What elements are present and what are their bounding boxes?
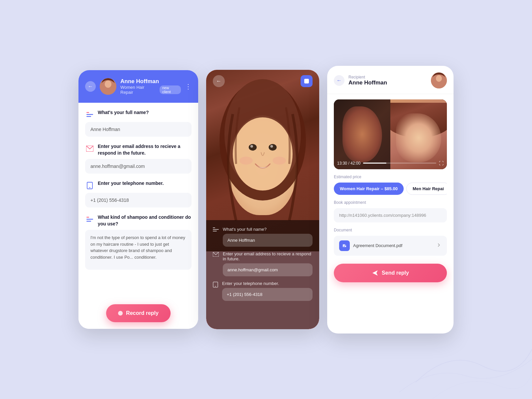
phone-right-header: ← Recipient Anne Hoffman <box>327 66 454 94</box>
form-label-email: Enter your email address to recieve a re… <box>98 143 192 156</box>
phone-left-body: What's your full name? Anne Hoffman Ente… <box>78 103 198 329</box>
more-icon-left: ⋮ <box>185 83 192 90</box>
book-appointment-section: Book appointment http://n141060.yclients… <box>334 200 447 222</box>
overlay-label-email: Enter your email address to recieve a re… <box>223 251 313 261</box>
form-icon-lines-2 <box>85 215 94 224</box>
form-field-shampoo: What kind of shampoo and conditioner do … <box>85 214 192 270</box>
header-info-left: Anne Hoffman Women Hair Repair new clien… <box>120 78 181 95</box>
form-field-email: Enter your email address to recieve a re… <box>85 143 192 174</box>
fullscreen-button[interactable]: ⛶ <box>439 161 444 166</box>
recipient-name: Anne Hoffman <box>348 79 427 86</box>
document-item[interactable]: Agreement Document.pdf <box>334 236 447 256</box>
overlay-field-phone: Enter your telephone number. +1 (201) 55… <box>213 281 313 301</box>
stop-button-middle[interactable] <box>301 75 313 87</box>
document-section: Document Agreement Document.pdf <box>334 228 447 256</box>
back-button-left[interactable]: ← <box>85 81 96 92</box>
form-input-email[interactable]: anne.hoffman@gmail.com <box>85 159 192 174</box>
form-input-phone[interactable]: +1 (201) 556-4318 <box>85 193 192 207</box>
header-name-left: Anne Hoffman <box>120 78 181 85</box>
form-icon-phone <box>85 181 94 190</box>
phone-middle: ← What <box>206 70 319 329</box>
form-icon-lines-1 <box>85 110 94 119</box>
svg-rect-2 <box>86 112 89 113</box>
recipient-info: Recipient Anne Hoffman <box>348 75 427 86</box>
svg-rect-21 <box>213 231 217 231</box>
record-reply-button[interactable]: Record reply <box>106 304 171 322</box>
form-field-name-row: What's your full name? <box>85 109 192 119</box>
form-field-email-row: Enter your email address to recieve a re… <box>85 143 192 156</box>
price-tag-women[interactable]: Women Hair Repair – $85.00 <box>334 183 404 195</box>
svg-rect-19 <box>213 227 215 228</box>
recipient-avatar <box>431 72 447 88</box>
svg-point-18 <box>273 157 286 165</box>
video-time-total: 42:00 <box>350 161 360 166</box>
overlay-icon-phone <box>213 282 218 289</box>
send-icon <box>372 270 378 276</box>
avatar-left <box>100 78 116 95</box>
form-label-name: What's your full name? <box>98 109 149 116</box>
phone-middle-overlay: What's your full name? Anne Hoffman Ente… <box>206 220 319 329</box>
header-subtitle-left: Women Hair Repair <box>120 85 158 95</box>
record-dot <box>118 311 123 316</box>
phone-right-body: 13:30 / 42:00 ⛶ Estimated price Women Ha… <box>327 94 454 333</box>
send-reply-button[interactable]: Send reply <box>334 264 447 282</box>
svg-rect-27 <box>343 246 345 246</box>
svg-point-6 <box>89 187 90 188</box>
video-controls: 13:30 / 42:00 ⛶ <box>337 161 444 166</box>
price-tag-men[interactable]: Men Hair Repai <box>406 183 447 195</box>
form-field-phone: Enter your telephone number. +1 (201) 55… <box>85 180 192 207</box>
overlay-field-email: Enter your email address to recieve a re… <box>213 251 313 276</box>
phone-right: ← Recipient Anne Hoffman <box>327 66 454 333</box>
svg-rect-9 <box>86 221 91 222</box>
svg-rect-3 <box>86 114 93 115</box>
phone-middle-bg: ← What <box>206 70 319 329</box>
svg-point-13 <box>249 144 257 151</box>
estimated-price-label: Estimated price <box>334 175 447 179</box>
back-button-middle[interactable]: ← <box>213 75 225 87</box>
form-icon-email <box>85 144 94 153</box>
svg-rect-7 <box>86 217 89 218</box>
document-label: Document <box>334 228 447 232</box>
form-input-name[interactable]: Anne Hoffman <box>85 122 192 137</box>
video-time: 13:30 / 42:00 <box>337 161 360 166</box>
pdf-icon <box>339 240 350 251</box>
document-chevron-icon <box>436 242 442 249</box>
overlay-input-phone[interactable]: +1 (201) 556-4318 <box>222 288 313 301</box>
form-field-shampoo-row: What kind of shampoo and conditioner do … <box>85 214 192 227</box>
overlay-icon-email <box>213 252 219 258</box>
record-reply-label: Record reply <box>126 310 159 316</box>
back-button-right[interactable]: ← <box>334 75 344 86</box>
overlay-input-email[interactable]: anne.hoffman@gmail.com <box>223 263 313 276</box>
video-time-current: 13:30 <box>337 161 347 166</box>
document-filename: Agreement Document.pdf <box>353 243 433 248</box>
send-reply-label: Send reply <box>382 270 409 276</box>
form-label-phone: Enter your telephone number. <box>98 180 164 187</box>
record-button-container: Record reply <box>106 304 171 322</box>
recipient-label: Recipient <box>348 75 427 79</box>
book-appointment-url[interactable]: http://n141060.yclients.com/company:1489… <box>334 208 447 222</box>
more-button-left[interactable]: ⋮ <box>185 83 192 90</box>
svg-point-23 <box>215 286 216 287</box>
video-right <box>390 99 447 169</box>
video-left <box>334 99 390 169</box>
video-preview[interactable]: 13:30 / 42:00 ⛶ <box>334 99 447 169</box>
form-label-shampoo: What kind of shampoo and conditioner do … <box>98 214 192 227</box>
avatar-face-left <box>100 78 116 95</box>
back-icon-left: ← <box>88 83 93 89</box>
overlay-label-name: What's your full name? <box>223 227 313 232</box>
overlay-icon-lines-1 <box>213 227 219 233</box>
video-progress-bar[interactable] <box>363 163 436 164</box>
price-tags: Women Hair Repair – $85.00 Men Hair Repa… <box>334 183 447 195</box>
back-icon-middle: ← <box>216 78 221 84</box>
svg-rect-28 <box>343 246 345 247</box>
svg-point-14 <box>269 144 277 151</box>
phone-middle-nav: ← <box>206 70 319 92</box>
overlay-input-name[interactable]: Anne Hoffman <box>223 234 313 247</box>
stop-icon <box>304 79 309 83</box>
header-sub-left: Women Hair Repair new client <box>120 85 181 95</box>
phone-left-header: ← Anne Hoffman Women Hair Repair new cli… <box>78 70 198 103</box>
form-textarea-shampoo[interactable]: I'm not the type of person to spend a lo… <box>85 230 192 270</box>
form-field-phone-row: Enter your telephone number. <box>85 180 192 190</box>
video-progress-fill <box>363 163 386 164</box>
svg-point-17 <box>239 157 253 165</box>
